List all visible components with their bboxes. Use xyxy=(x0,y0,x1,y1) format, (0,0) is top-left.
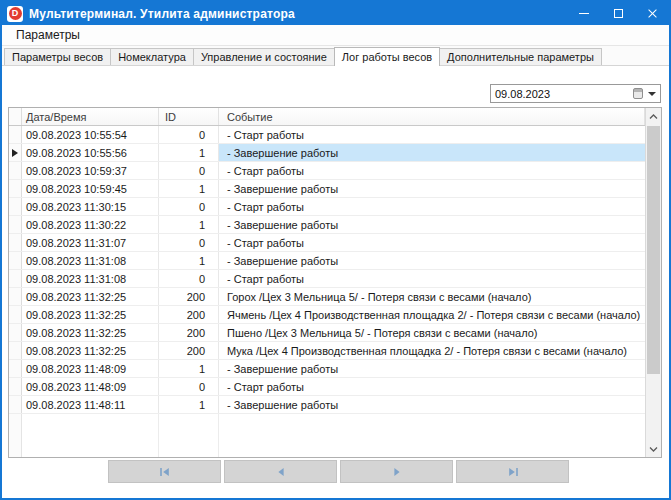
date-filter-field[interactable]: 09.08.2023 xyxy=(490,84,661,103)
table-row[interactable]: 09.08.2023 11:48:09 0 - Старт работы xyxy=(9,378,645,396)
tab-control-and-state[interactable]: Управление и состояние xyxy=(193,48,335,65)
table-row[interactable]: 09.08.2023 11:31:08 0 - Старт работы xyxy=(9,270,645,288)
row-indicator-column-header xyxy=(9,108,22,125)
next-page-icon xyxy=(391,467,403,477)
table-row[interactable]: 09.08.2023 10:59:45 1 - Завершение работ… xyxy=(9,180,645,198)
table-row[interactable]: 09.08.2023 10:59:37 0 - Старт работы xyxy=(9,162,645,180)
row-indicator-cell xyxy=(9,252,22,269)
cell-datetime: 09.08.2023 11:48:09 xyxy=(22,378,159,395)
app-window: D Мультитерминал. Утилита администратора… xyxy=(0,0,671,500)
close-button[interactable] xyxy=(635,2,669,25)
cell-id: 0 xyxy=(159,270,219,287)
table-row[interactable]: 09.08.2023 11:32:25 200 Ячмень /Цех 4 Пр… xyxy=(9,306,645,324)
dropdown-arrow-icon[interactable] xyxy=(648,92,656,96)
table-row[interactable]: 09.08.2023 11:48:11 1 - Завершение работ… xyxy=(9,396,645,414)
cell-datetime: 09.08.2023 11:31:08 xyxy=(22,270,159,287)
cell-id: 1 xyxy=(159,396,219,413)
tab-page-scale-log: 09.08.2023 Дата/Время ID Событие 09.08.2… xyxy=(2,65,669,498)
table-row[interactable]: 09.08.2023 11:32:25 200 Мука /Цех 4 Прои… xyxy=(9,342,645,360)
table-row[interactable]: 09.08.2023 10:55:56 1 - Завершение работ… xyxy=(9,144,645,162)
cell-event: Горох /Цех 3 Мельница 5/ - Потеря связи … xyxy=(219,288,645,305)
table-row[interactable]: 09.08.2023 11:32:25 200 Горох /Цех 3 Мел… xyxy=(9,288,645,306)
cell-id: 1 xyxy=(159,252,219,269)
row-indicator-cell xyxy=(9,360,22,377)
cell-datetime: 09.08.2023 10:59:45 xyxy=(22,180,159,197)
row-indicator-cell xyxy=(9,198,22,215)
row-indicator-cell xyxy=(9,144,22,161)
row-indicator-cell xyxy=(9,342,22,359)
column-header-id[interactable]: ID xyxy=(159,108,219,125)
minimize-icon xyxy=(579,13,589,14)
maximize-button[interactable] xyxy=(601,2,635,25)
tab-scale-log[interactable]: Лог работы весов xyxy=(334,47,440,66)
cell-datetime: 09.08.2023 11:32:25 xyxy=(22,342,159,359)
row-indicator-cell xyxy=(9,324,22,341)
log-table: Дата/Время ID Событие 09.08.2023 10:55:5… xyxy=(8,107,662,458)
row-indicator-cell xyxy=(9,162,22,179)
table-row[interactable]: 09.08.2023 11:30:22 1 - Завершение работ… xyxy=(9,216,645,234)
cell-event: Пшено /Цех 3 Мельница 5/ - Потеря связи … xyxy=(219,324,645,341)
row-indicator-cell xyxy=(9,126,22,143)
cell-id: 0 xyxy=(159,162,219,179)
row-indicator-cell xyxy=(9,234,22,251)
chevron-down-icon xyxy=(649,446,658,452)
maximize-icon xyxy=(614,9,623,18)
cell-datetime: 09.08.2023 11:48:11 xyxy=(22,396,159,413)
column-header-event[interactable]: Событие xyxy=(219,108,645,125)
tab-nomenclature[interactable]: Номеклатура xyxy=(110,48,194,65)
cell-id: 0 xyxy=(159,378,219,395)
cell-datetime: 09.08.2023 11:31:08 xyxy=(22,252,159,269)
close-icon xyxy=(647,8,658,19)
table-row[interactable]: 09.08.2023 11:31:08 1 - Завершение работ… xyxy=(9,252,645,270)
previous-page-button[interactable] xyxy=(224,460,337,483)
first-page-icon xyxy=(159,467,171,477)
cell-datetime: 09.08.2023 10:55:54 xyxy=(22,126,159,143)
cell-id: 200 xyxy=(159,324,219,341)
app-icon: D xyxy=(7,6,23,22)
cell-datetime: 09.08.2023 11:30:15 xyxy=(22,198,159,215)
row-indicator-cell xyxy=(9,216,22,233)
menu-item-parameters[interactable]: Параметры xyxy=(10,26,86,44)
tab-scale-parameters[interactable]: Параметры весов xyxy=(4,48,111,65)
table-row[interactable]: 09.08.2023 11:48:09 1 - Завершение работ… xyxy=(9,360,645,378)
scroll-up-button[interactable] xyxy=(646,108,661,125)
table-row[interactable]: 09.08.2023 11:30:15 0 - Старт работы xyxy=(9,198,645,216)
chevron-up-icon xyxy=(649,114,658,120)
cell-event: - Завершение работы xyxy=(219,180,645,197)
cell-id: 200 xyxy=(159,288,219,305)
cell-id: 1 xyxy=(159,360,219,377)
cell-id: 1 xyxy=(159,144,219,161)
menu-bar: Параметры xyxy=(2,25,669,46)
cell-event: - Старт работы xyxy=(219,378,645,395)
vertical-scrollbar[interactable] xyxy=(645,108,661,457)
table-row[interactable]: 09.08.2023 11:31:07 0 - Старт работы xyxy=(9,234,645,252)
scroll-down-button[interactable] xyxy=(646,440,661,457)
grid-rows: 09.08.2023 10:55:54 0 - Старт работы 09.… xyxy=(9,126,645,414)
next-page-button[interactable] xyxy=(340,460,453,483)
cell-datetime: 09.08.2023 11:32:25 xyxy=(22,324,159,341)
row-indicator-cell xyxy=(9,270,22,287)
last-page-button[interactable] xyxy=(456,460,569,483)
cell-datetime: 09.08.2023 11:31:07 xyxy=(22,234,159,251)
cell-event: - Завершение работы xyxy=(219,144,645,161)
first-page-button[interactable] xyxy=(108,460,221,483)
minimize-button[interactable] xyxy=(567,2,601,25)
tab-additional-parameters[interactable]: Дополнительные параметры xyxy=(439,48,602,65)
calendar-icon xyxy=(633,88,643,99)
cell-event: - Старт работы xyxy=(219,126,645,143)
cell-event: - Старт работы xyxy=(219,270,645,287)
cell-event: - Завершение работы xyxy=(219,216,645,233)
column-header-datetime[interactable]: Дата/Время xyxy=(22,108,159,125)
table-row[interactable]: 09.08.2023 10:55:54 0 - Старт работы xyxy=(9,126,645,144)
cell-datetime: 09.08.2023 11:48:09 xyxy=(22,360,159,377)
record-navigator xyxy=(108,460,569,483)
cell-event: Ячмень /Цех 4 Производственная площадка … xyxy=(219,306,645,323)
cell-id: 0 xyxy=(159,198,219,215)
cell-datetime: 09.08.2023 10:55:56 xyxy=(22,144,159,161)
scrollbar-thumb[interactable] xyxy=(647,126,660,374)
log-table-header: Дата/Время ID Событие xyxy=(9,108,645,126)
row-indicator-cell xyxy=(9,306,22,323)
cell-datetime: 09.08.2023 10:59:37 xyxy=(22,162,159,179)
window-controls xyxy=(567,2,669,25)
table-row[interactable]: 09.08.2023 11:32:25 200 Пшено /Цех 3 Мел… xyxy=(9,324,645,342)
